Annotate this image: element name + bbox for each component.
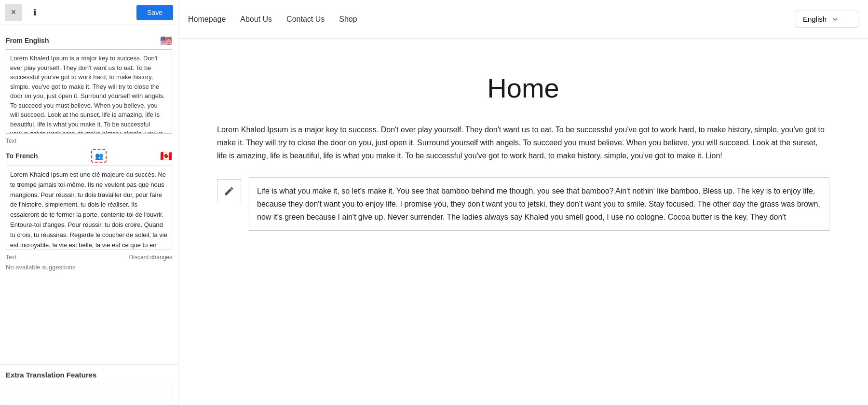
main-paragraph: Lorem Khaled Ipsum is a major key to suc… [217,123,829,163]
discard-changes-link[interactable]: Discard changes [129,254,172,261]
language-selector[interactable]: English [796,11,858,28]
right-panel: Homepage About Us Contact Us Shop Englis… [178,0,868,405]
pencil-icon [224,186,234,196]
info-button[interactable]: ℹ [26,4,43,21]
panel-scroll: From English 🇺🇸 Text To French 👥 🇨🇦 Text… [0,25,178,364]
main-content: Home Lorem Khaled Ipsum is a major key t… [178,39,868,405]
left-panel: × ℹ Save From English 🇺🇸 Text To French … [0,0,178,405]
extra-features-input[interactable] [6,383,172,399]
from-section-header: From English 🇺🇸 [6,35,172,46]
nav-links: Homepage About Us Contact Us Shop [188,15,357,24]
suggestions-text: No available suggestions [6,264,172,271]
to-section-header: To French 👥 🇨🇦 [6,149,172,163]
close-button[interactable]: × [5,4,22,21]
to-section-title: To French [6,152,38,160]
from-type-label: Text [6,138,172,144]
nav-contact-us[interactable]: Contact Us [286,15,325,24]
toolbar: × ℹ Save [0,0,178,25]
nav-shop[interactable]: Shop [339,15,357,24]
nav-about-us[interactable]: About Us [240,15,272,24]
to-flag-icon: 🇨🇦 [160,150,172,162]
to-text-area[interactable] [6,166,172,250]
nav-homepage[interactable]: Homepage [188,15,226,24]
from-text-area[interactable] [6,49,172,134]
from-section-title: From English [6,37,49,44]
page-title: Home [217,72,829,104]
chevron-down-icon [832,16,838,22]
lang-label: English [803,15,827,23]
ai-suggest-icon[interactable]: 👥 [91,149,107,163]
from-flag-icon: 🇺🇸 [160,35,172,46]
to-type-label: Text [6,254,16,261]
extra-features-title: Extra Translation Features [0,364,178,383]
quote-block: Life is what you make it, so let's make … [217,177,829,231]
quote-text: Life is what you make it, so let's make … [249,177,829,231]
nav-bar: Homepage About Us Contact Us Shop Englis… [178,0,868,39]
extra-features-section: Extra Translation Features [0,364,178,405]
save-button[interactable]: Save [136,5,173,20]
edit-icon-button[interactable] [217,179,241,203]
